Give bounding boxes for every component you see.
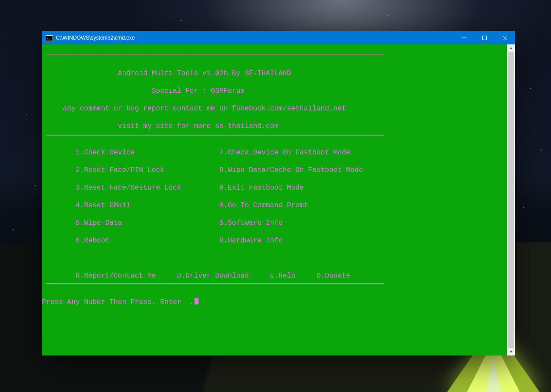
- close-button[interactable]: [495, 31, 515, 44]
- cmd-icon: >_: [46, 35, 53, 41]
- menu-item-h: H.Hardware Info: [219, 237, 283, 245]
- scrollbar-thumb[interactable]: [508, 52, 514, 348]
- menu-item-3: 3.Reset Face/Gesture Lock: [76, 184, 181, 192]
- minimize-button[interactable]: [454, 31, 474, 44]
- cmd-window: >_ C:\WINDOWS\system32\cmd.exe ═════════…: [42, 31, 515, 355]
- header-title: Android Multi Tools v1.02b By SE-THAILAN…: [118, 70, 291, 77]
- menu-item-5: 5.Wipe Data: [76, 219, 122, 227]
- header-site: visit my site for more se-thailand.com: [118, 122, 279, 130]
- window-controls: [454, 31, 515, 44]
- client-area: ════════════════════════════════════════…: [42, 44, 515, 355]
- titlebar[interactable]: >_ C:\WINDOWS\system32\cmd.exe: [42, 31, 515, 44]
- svg-rect-1: [46, 35, 53, 36]
- scroll-up-arrow-icon[interactable]: [507, 44, 515, 52]
- menu-item-4: 4.Reset GMail: [76, 201, 131, 209]
- menu-item-1: 1.Check Device: [76, 149, 135, 157]
- menu-item-6: 6.Reboot: [76, 237, 110, 245]
- svg-text:>_: >_: [47, 37, 50, 40]
- window-title: C:\WINDOWS\system32\cmd.exe: [56, 35, 135, 41]
- svg-rect-3: [483, 36, 487, 40]
- divider: ════════════════════════════════════════…: [42, 131, 384, 139]
- console-output[interactable]: ════════════════════════════════════════…: [42, 51, 507, 348]
- menu-item-r: R.Report/Contact Me: [76, 272, 156, 280]
- maximize-button[interactable]: [474, 31, 495, 44]
- menu-item-e: E.Help: [270, 272, 296, 280]
- desktop-background: >_ C:\WINDOWS\system32\cmd.exe ═════════…: [0, 0, 551, 392]
- scroll-down-arrow-icon[interactable]: [507, 348, 515, 355]
- menu-item-8: 8.Wipe Data/Cache On Fastboot Mode: [219, 166, 363, 174]
- vertical-scrollbar[interactable]: [507, 44, 515, 355]
- header-subtitle: Special For : GSMForum: [152, 87, 245, 95]
- menu-item-9: 9.Exit Fastboot Mode: [219, 184, 304, 192]
- text-cursor: [195, 298, 198, 304]
- menu-item-s: S.Software Info: [219, 219, 283, 227]
- menu-item-7: 7.Check Device On Fastboot Mode: [219, 149, 350, 157]
- menu-item-2: 2.Reset Face/PIN Lock: [76, 166, 165, 174]
- divider: ════════════════════════════════════════…: [42, 52, 384, 60]
- header-contact: any comment or bug report contact me on …: [63, 105, 346, 113]
- menu-item-d: D.Driver Download: [177, 272, 249, 280]
- prompt-text: Press Any Nuber Then Press. Enter .: [42, 298, 194, 306]
- menu-item-o: O.Donate: [316, 272, 350, 280]
- menu-item-0: 0.Go To Command Promt: [219, 201, 308, 209]
- divider: ════════════════════════════════════════…: [42, 281, 384, 289]
